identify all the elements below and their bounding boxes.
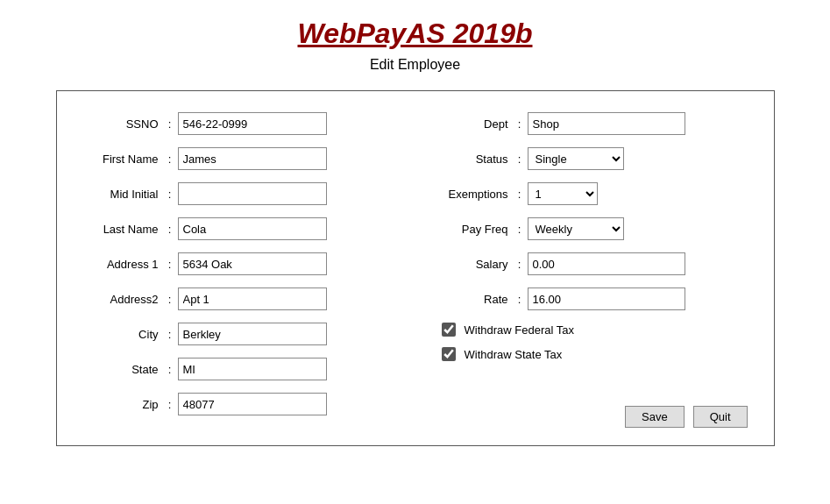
address1-label: Address 1 [83,258,162,271]
dept-label: Dept [433,117,512,131]
payfreq-select[interactable]: Weekly Bi-Weekly Monthly Semi-Monthly [528,217,624,240]
save-button[interactable]: Save [625,406,685,428]
state-tax-checkbox[interactable] [442,347,456,361]
status-colon: : [512,153,528,166]
firstname-colon: : [162,153,178,166]
rate-colon: : [512,293,528,306]
ssno-colon: : [162,117,178,131]
state-tax-row: Withdraw State Tax [433,347,748,361]
midinit-row: Mid Initial : [83,182,398,205]
state-input[interactable] [178,358,327,380]
city-input[interactable] [178,323,327,345]
midinit-colon: : [162,188,178,201]
address1-row: Address 1 : [83,252,398,275]
federal-tax-row: Withdraw Federal Tax [433,323,748,337]
dept-input[interactable] [528,112,685,135]
state-row: State : [83,358,398,380]
exemptions-colon: : [512,188,528,201]
status-select[interactable]: Single Married Head of Household [528,147,624,170]
address2-colon: : [162,293,178,306]
firstname-row: First Name : [83,147,398,170]
rate-row: Rate : [433,287,748,310]
form-container: SSNO : First Name : Mid Initial : Last N… [56,90,775,446]
ssno-input[interactable] [178,112,327,135]
address2-input[interactable] [178,287,327,310]
state-tax-label: Withdraw State Tax [465,348,563,361]
dept-row: Dept : [433,112,748,135]
address1-input[interactable] [178,252,327,275]
address2-label: Address2 [83,293,162,306]
city-label: City [83,328,162,341]
rate-input[interactable] [528,287,685,310]
app-title: WebPayAS 2019b [298,18,533,50]
exemptions-select[interactable]: 0 1 2 3 4 [528,182,598,205]
city-colon: : [162,328,178,341]
salary-label: Salary [433,258,512,271]
status-label: Status [433,153,512,166]
exemptions-label: Exemptions [433,188,512,201]
dept-colon: : [512,117,528,131]
exemptions-row: Exemptions : 0 1 2 3 4 [433,182,748,205]
page-title: Edit Employee [370,57,460,73]
salary-input[interactable] [528,252,685,275]
payfreq-label: Pay Freq [433,223,512,236]
federal-tax-checkbox[interactable] [442,323,456,337]
state-colon: : [162,363,178,376]
ssno-row: SSNO : [83,112,398,135]
page-wrapper: WebPayAS 2019b Edit Employee SSNO : Firs… [0,0,830,504]
address1-colon: : [162,258,178,271]
right-column: Dept : Status : Single Married Head of H… [433,112,748,428]
lastname-label: Last Name [83,223,162,236]
button-row: Save Quit [433,406,748,428]
zip-colon: : [162,398,178,411]
midinit-input[interactable] [178,182,327,205]
lastname-input[interactable] [178,217,327,240]
zip-label: Zip [83,398,162,411]
salary-colon: : [512,258,528,271]
lastname-row: Last Name : [83,217,398,240]
lastname-colon: : [162,223,178,236]
payfreq-colon: : [512,223,528,236]
status-row: Status : Single Married Head of Househol… [433,147,748,170]
midinit-label: Mid Initial [83,188,162,201]
right-rows: Dept : Status : Single Married Head of H… [433,112,748,397]
ssno-label: SSNO [83,117,162,131]
city-row: City : [83,323,398,345]
quit-button[interactable]: Quit [693,406,748,428]
firstname-input[interactable] [178,147,327,170]
firstname-label: First Name [83,153,162,166]
zip-input[interactable] [178,393,327,415]
salary-row: Salary : [433,252,748,275]
federal-tax-label: Withdraw Federal Tax [465,323,574,337]
left-column: SSNO : First Name : Mid Initial : Last N… [83,112,398,428]
rate-label: Rate [433,293,512,306]
form-body: SSNO : First Name : Mid Initial : Last N… [83,112,748,428]
state-label: State [83,363,162,376]
address2-row: Address2 : [83,287,398,310]
payfreq-row: Pay Freq : Weekly Bi-Weekly Monthly Semi… [433,217,748,240]
zip-row: Zip : [83,393,398,415]
